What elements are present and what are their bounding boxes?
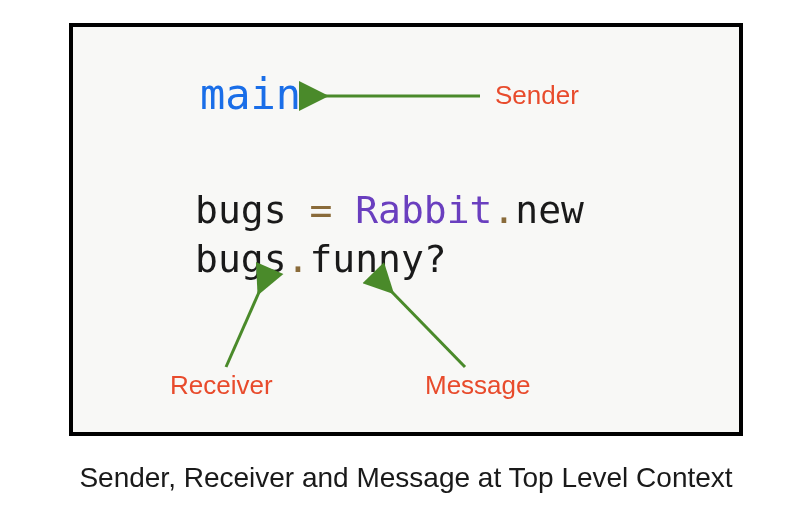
code-method-new: new: [515, 188, 584, 232]
code-block: bugs = Rabbit.new bugs.funny?: [195, 186, 584, 285]
code-class-rabbit: Rabbit: [355, 188, 492, 232]
code-op-assign: =: [287, 188, 356, 232]
main-keyword: main: [200, 70, 301, 119]
arrow-sender-icon: [315, 86, 485, 106]
diagram-caption: Sender, Receiver and Message at Top Leve…: [0, 462, 812, 494]
code-line-2: bugs.funny?: [195, 235, 584, 284]
code-line-1: bugs = Rabbit.new: [195, 186, 584, 235]
arrow-message-icon: [380, 282, 480, 372]
code-var-bugs: bugs: [195, 188, 287, 232]
svg-line-2: [390, 290, 465, 367]
svg-line-1: [226, 290, 260, 367]
message-label: Message: [425, 370, 531, 401]
code-var-bugs-2: bugs: [195, 237, 287, 281]
sender-label: Sender: [495, 80, 579, 111]
code-method-funny: funny?: [309, 237, 446, 281]
code-dot-2: .: [287, 237, 310, 281]
arrow-receiver-icon: [218, 282, 298, 372]
code-dot-1: .: [492, 188, 515, 232]
receiver-label: Receiver: [170, 370, 273, 401]
